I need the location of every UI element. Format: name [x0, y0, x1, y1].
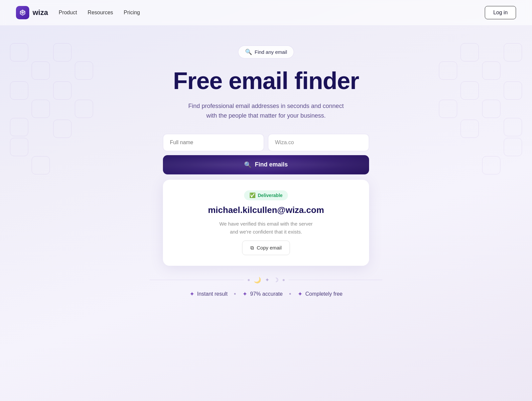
divider-line-right	[289, 280, 383, 280]
feature-free: ✦ Completely free	[298, 290, 342, 298]
nav-resources[interactable]: Resources	[88, 10, 113, 15]
moon-icon: 🌙	[254, 276, 261, 284]
divider-dot-left	[248, 279, 250, 281]
feature-separator-2	[289, 293, 291, 295]
search-form: 🔍 Find emails	[163, 134, 369, 174]
hero-subtitle: Find professional email addresses in sec…	[188, 101, 343, 121]
nav-links: Product Resources Pricing	[59, 10, 140, 16]
search-icon: 🔍	[244, 161, 251, 168]
divider-line-left	[150, 280, 244, 280]
verify-text: We have verified this email with the ser…	[219, 220, 313, 236]
login-button[interactable]: Log in	[485, 6, 516, 19]
copy-icon: ⧉	[250, 245, 254, 251]
features-row: ✦ Instant result ✦ 97% accurate ✦ Comple…	[190, 290, 343, 298]
hero-title: Free email finder	[173, 68, 359, 94]
feature-separator-1	[234, 293, 236, 295]
divider-dot-right	[283, 279, 285, 281]
feature-instant: ✦ Instant result	[190, 290, 228, 298]
nav-pricing[interactable]: Pricing	[124, 10, 140, 15]
sparkle-icon-3: ✦	[298, 290, 303, 298]
feature-accurate: ✦ 97% accurate	[242, 290, 283, 298]
result-card: ✅ Deliverable michael.kilcullen@wiza.com…	[163, 180, 369, 266]
logo-text: wiza	[33, 8, 48, 17]
plus-icon: ✦	[265, 277, 269, 283]
inputs-row	[163, 134, 369, 151]
logo-link[interactable]: wiza	[16, 6, 48, 19]
email-result: michael.kilcullen@wiza.com	[208, 205, 324, 215]
deliverable-badge: ✅ Deliverable	[244, 190, 288, 200]
sparkle-icon-1: ✦	[190, 290, 195, 298]
navbar: wiza Product Resources Pricing Log in	[0, 0, 532, 26]
domain-input[interactable]	[268, 134, 369, 151]
crescent-icon: ☽	[273, 276, 279, 284]
find-email-badge: 🔍 Find any email	[238, 46, 294, 58]
fullname-input[interactable]	[163, 134, 264, 151]
check-icon: ✅	[249, 192, 256, 198]
logo-icon	[16, 6, 29, 19]
sparkle-icon-2: ✦	[242, 290, 247, 298]
find-emails-button[interactable]: 🔍 Find emails	[163, 155, 369, 174]
main-content: 🔍 Find any email Free email finder Find …	[0, 26, 532, 311]
nav-product[interactable]: Product	[59, 10, 77, 15]
badge-icon: 🔍	[245, 49, 252, 55]
divider-row: 🌙 ✦ ☽	[150, 276, 382, 284]
copy-email-button[interactable]: ⧉ Copy email	[242, 241, 290, 255]
